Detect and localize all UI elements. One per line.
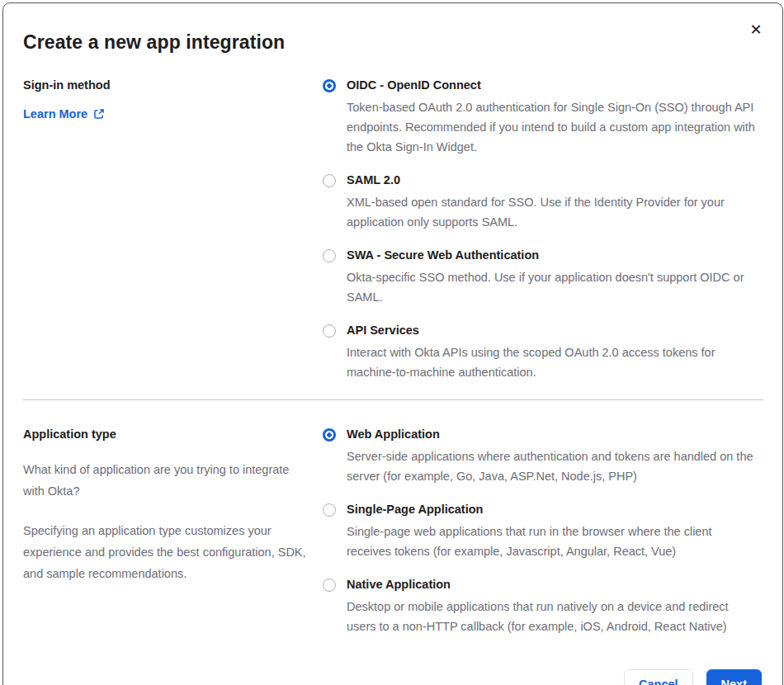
radio-label-swa[interactable]: SWA - Secure Web Authentication [347,248,759,262]
application-type-paragraph-2: Specifying an application type customize… [23,520,308,584]
radio-icon-single-page-application[interactable] [323,503,336,517]
radio-description-api-services: Interact with Okta APIs using the scoped… [347,342,759,382]
dialog-footer: Cancel Next [23,669,763,685]
radio-description-oidc: Token-based OAuth 2.0 authentication for… [347,97,759,157]
application-type-paragraph-1: What kind of application are you trying … [23,459,308,502]
application-type-left-column: Application type What kind of applicatio… [23,428,323,584]
radio-option-oidc[interactable]: OIDC - OpenID Connect Token-based OAuth … [323,78,763,157]
create-app-integration-dialog: ✕ Create a new app integration Sign-in m… [2,2,783,685]
radio-description-native-application: Desktop or mobile applications that run … [347,597,759,636]
radio-icon-oidc[interactable] [323,79,336,92]
radio-option-saml[interactable]: SAML 2.0 XML-based open standard for SSO… [323,173,763,232]
radio-label-single-page-application[interactable]: Single-Page Application [347,503,759,517]
radio-label-web-application[interactable]: Web Application [347,428,759,442]
learn-more-label: Learn More [23,107,87,120]
learn-more-link[interactable]: Learn More [23,107,105,120]
radio-icon-native-application[interactable] [323,579,336,592]
radio-icon-web-application[interactable] [323,428,336,442]
radio-icon-saml[interactable] [323,174,336,187]
radio-icon-swa[interactable] [323,249,336,262]
radio-description-single-page-application: Single-page web applications that run in… [347,522,759,561]
signin-method-options: OIDC - OpenID Connect Token-based OAuth … [323,78,763,382]
radio-option-swa[interactable]: SWA - Secure Web Authentication Okta-spe… [323,248,763,307]
radio-option-native-application[interactable]: Native Application Desktop or mobile app… [323,578,763,636]
radio-label-native-application[interactable]: Native Application [347,578,759,592]
close-icon[interactable]: ✕ [744,18,767,41]
external-link-icon [93,108,105,120]
next-button[interactable]: Next [706,669,762,685]
application-type-heading: Application type [23,428,323,441]
radio-description-saml: XML-based open standard for SSO. Use if … [347,192,759,232]
cancel-button[interactable]: Cancel [624,669,693,685]
application-type-section: Application type What kind of applicatio… [23,428,763,636]
radio-label-saml[interactable]: SAML 2.0 [347,173,759,187]
radio-option-single-page-application[interactable]: Single-Page Application Single-page web … [323,503,763,561]
radio-option-api-services[interactable]: API Services Interact with Okta APIs usi… [323,324,763,382]
radio-description-swa: Okta-specific SSO method. Use if your ap… [347,267,759,307]
radio-label-oidc[interactable]: OIDC - OpenID Connect [347,78,759,92]
application-type-options: Web Application Server-side applications… [323,428,763,636]
section-divider [23,399,763,400]
signin-method-section: Sign-in method Learn More OIDC - OpenID … [23,78,763,382]
dialog-title: Create a new app integration [23,31,763,54]
radio-icon-api-services[interactable] [323,324,336,338]
signin-method-left-column: Sign-in method Learn More [23,78,323,121]
radio-label-api-services[interactable]: API Services [347,324,759,338]
signin-method-heading: Sign-in method [23,78,323,92]
radio-option-web-application[interactable]: Web Application Server-side applications… [323,428,763,486]
radio-description-web-application: Server-side applications where authentic… [347,446,759,486]
